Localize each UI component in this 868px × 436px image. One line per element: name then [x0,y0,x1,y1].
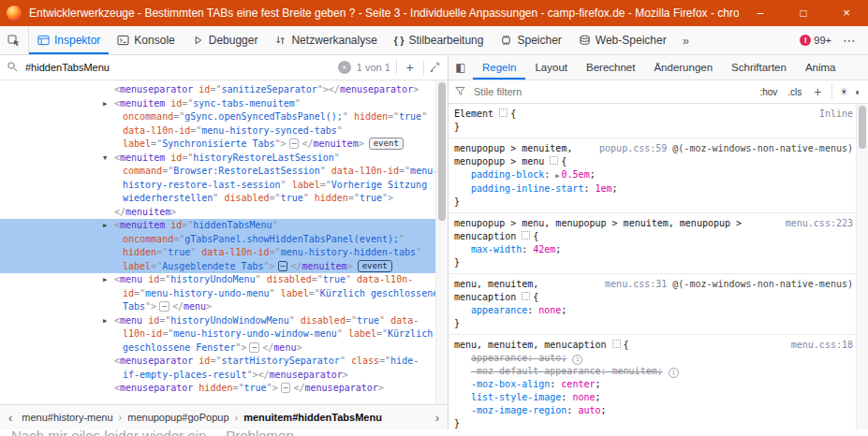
pick-element-button[interactable] [0,26,29,54]
expand-arrow-icon[interactable]: ▶ [103,314,107,328]
rule-selector-line[interactable]: menupopup > menu{ [449,155,857,168]
css-declaration[interactable]: appearance: none; [449,304,857,317]
rule-selector-line[interactable]: menu, menuitem, menucaption{menu.css:18 [449,339,857,352]
markup-line[interactable]: label="Synchronisierte Tabs">⋯</menuitem… [0,138,436,152]
rule-selector-line[interactable]: menupopup > menuitem,popup.css:59 @(-moz… [449,142,857,155]
breadcrumb-item[interactable]: menuitem#hiddenTabsMenu [239,412,387,423]
rule-selector-line[interactable]: Element{Inline [449,108,857,121]
markup-line[interactable]: Tabs">⋯</menu> [0,300,436,314]
inactive-info-icon[interactable]: i [669,368,679,378]
rule-selector-line[interactable]: menucaption{ [449,230,857,243]
markup-line[interactable]: <menuseparator id="startHistorySeparator… [0,355,436,369]
tab-storage[interactable]: Web-Speicher [570,26,675,54]
expand-arrow-icon[interactable]: ▼ [103,152,107,166]
event-badge[interactable]: event [358,260,392,272]
inline-ellipsis-badge[interactable]: ⋯ [249,342,259,353]
stylesheet-link[interactable]: menu.css:31 @(-moz-windows-non-native-me… [605,278,853,291]
add-node-button[interactable]: + [403,60,418,75]
inline-ellipsis-badge[interactable]: ⋯ [159,301,169,312]
sidebar-tab-anima[interactable]: Anima [796,55,846,80]
tab-memory[interactable]: Speicher [492,26,569,54]
markup-line[interactable]: <menuseparator id="sanitizeSeparator"></… [0,83,436,97]
markup-line[interactable]: oncommand="gSync.openSyncedTabsPanel();"… [0,110,436,124]
css-declaration[interactable]: -moz-box-align: center; [449,378,857,391]
clear-search-icon[interactable]: × [338,61,351,74]
overflow-tabs-button[interactable]: » [675,34,697,48]
rule-selector-line[interactable]: menupopup > menu, menupopup > menuitem, … [449,217,857,230]
expand-arrow-icon[interactable]: ▶ [103,97,107,111]
breadcrumb-scroll-right-icon[interactable]: › [431,411,444,425]
close-button[interactable]: × [825,0,868,26]
markup-line[interactable]: l10n-id="menu-history-undo-window-menu" … [0,327,436,342]
rules-scrollbar[interactable] [856,104,868,429]
stylesheet-link[interactable]: popup.css:59 @(-moz-windows-non-native-m… [599,142,853,155]
markup-scrollbar[interactable] [435,80,448,404]
markup-line[interactable]: ▶<menuitem id="hiddenTabsMenu" [0,219,436,233]
tab-inspector[interactable]: Inspektor [29,26,109,54]
light-scheme-icon[interactable]: ☀ [839,86,848,98]
markup-line[interactable]: geschlossene Fenster">⋯</menu> [0,342,436,356]
css-declaration[interactable]: -moz-image-region: auto; [449,404,857,417]
search-input[interactable] [23,61,332,74]
inactive-info-icon[interactable]: i [572,355,582,365]
sidebar-tab-regeln[interactable]: Regeln [473,55,525,80]
breadcrumb-item[interactable]: menupopup#goPopup [123,412,233,423]
stylesheet-link[interactable]: menu.css:18 [791,339,853,352]
class-toggle-button[interactable]: .cls [786,87,803,97]
markup-line[interactable]: ▶<menuitem id="sync-tabs-menuitem" [0,97,436,111]
style-filter-input[interactable] [472,85,751,98]
selector-highlighter-icon[interactable] [522,231,530,240]
markup-line[interactable]: hidden="true" data-l10n-id="menu-history… [0,246,436,260]
markup-line[interactable]: command="Browser:RestoreLastSession" dat… [0,165,436,179]
markup-line[interactable]: id="menu-history-undo-menu" label="Kürzl… [0,287,436,301]
css-declaration[interactable]: list-style-image: none; [449,391,857,404]
sidebar-tab-nderungen[interactable]: Änderungen [644,55,722,80]
maximize-button[interactable]: □ [782,0,825,26]
rule-selector-line[interactable]: menucaption{ [449,291,857,304]
tab-styleeditor[interactable]: { }Stilbearbeitung [386,26,493,54]
selector-highlighter-icon[interactable] [550,156,558,165]
add-rule-button[interactable]: + [810,84,825,99]
stylesheet-link[interactable]: Inline [819,108,853,121]
selector-highlighter-icon[interactable] [612,340,621,348]
markup-line[interactable]: </menuitem> [0,206,436,220]
markup-line[interactable]: <menuseparator hidden="true">⋯</menusepa… [0,382,436,396]
meatball-menu-icon[interactable]: ⋯ [843,33,857,48]
css-declaration[interactable]: max-width: 42em; [449,243,857,256]
markup-line[interactable]: oncommand="gTabsPanel.showHiddenTabsPane… [0,233,436,247]
tab-console[interactable]: Konsole [109,26,183,54]
breadcrumb-item[interactable]: menu#history-menu [17,412,117,423]
markup-line[interactable]: label="Ausgeblendete Tabs">⋯</menuitem>e… [0,260,436,274]
markup-line[interactable]: history-restore-last-session" label="Vor… [0,179,436,193]
markup-line[interactable]: ▼<menuitem id="historyRestoreLastSession… [0,152,436,166]
breadcrumb-scroll-left-icon[interactable]: ‹ [4,411,17,425]
scrollbar-thumb[interactable] [438,82,446,221]
expand-shorthand-icon[interactable]: ▶ [555,169,559,182]
markup-line[interactable]: wiederherstellen" disabled="true" hidden… [0,192,436,206]
css-declaration[interactable]: padding-block: ▶ 0.5em; [449,168,857,182]
expand-arrow-icon[interactable]: ▶ [103,273,107,287]
pseudo-class-button[interactable]: :hov [758,87,779,97]
eyedropper-icon[interactable] [430,59,441,76]
dark-scheme-icon[interactable]: ◐ [855,86,861,97]
markup-line[interactable]: if-empty-places-result"></menuseparator> [0,369,436,383]
markup-line[interactable]: data-l10n-id="menu-history-synced-tabs" [0,124,436,138]
css-declaration[interactable]: -moz-default-appearance: menuitem;i [449,365,857,378]
css-declaration[interactable]: appearance: auto;i [449,352,857,365]
rule-selector-line[interactable]: menu, menuitem,menu.css:31 @(-moz-window… [449,278,857,291]
css-declaration[interactable]: padding-inline-start: 1em; [449,182,857,196]
event-badge[interactable]: event [369,138,404,150]
sidebar-tab-layout[interactable]: Layout [525,55,577,80]
stylesheet-link[interactable]: menu.css:223 [786,217,853,230]
inline-ellipsis-badge[interactable]: ⋯ [289,138,300,149]
scrollbar-thumb[interactable] [859,106,866,149]
inline-ellipsis-badge[interactable]: ⋯ [278,261,288,271]
markup-view[interactable]: <menuseparator id="sanitizeSeparator"></… [0,80,448,404]
inline-ellipsis-badge[interactable]: ⋯ [281,383,291,393]
selector-highlighter-icon[interactable] [499,109,508,117]
tab-network[interactable]: Netzwerkanalyse [266,26,385,54]
markup-line[interactable]: ▶<menu id="historyUndoMenu" disabled="tr… [0,273,436,287]
selector-highlighter-icon[interactable] [522,292,530,300]
title-bar[interactable]: Entwicklerwerkzeuge - Bestimmten TABs ei… [0,0,868,26]
minimize-button[interactable]: – [739,0,782,26]
